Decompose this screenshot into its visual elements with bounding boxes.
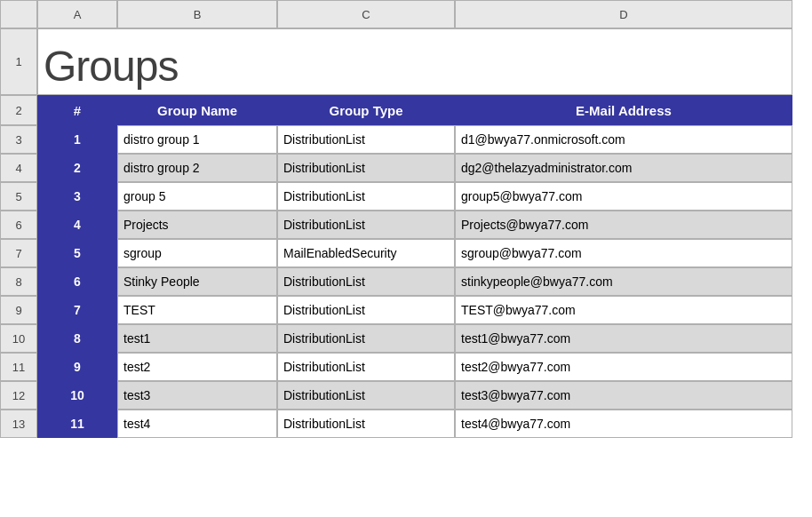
data-groupname-5: sgroup	[117, 239, 277, 267]
row-num-13: 13	[0, 410, 37, 438]
data-groupname-1: distro group 1	[117, 125, 277, 154]
row-num-11: 11	[0, 353, 37, 381]
data-groupname-3: group 5	[117, 182, 277, 211]
data-num-9: 9	[37, 353, 117, 381]
col-header-d: D	[455, 0, 792, 28]
data-groupname-10: test3	[117, 381, 277, 410]
row-num-7: 7	[0, 239, 37, 267]
row-num-4: 4	[0, 154, 37, 182]
data-grouptype-8: DistributionList	[277, 324, 455, 353]
data-groupname-7: TEST	[117, 296, 277, 324]
data-groupname-9: test2	[117, 353, 277, 381]
row-num-8: 8	[0, 267, 37, 296]
data-email-1: d1@bwya77.onmicrosoft.com	[455, 125, 792, 154]
spreadsheet-title: Groups	[37, 28, 792, 95]
col-header-b: B	[117, 0, 277, 28]
data-email-10: test3@bwya77.com	[455, 381, 792, 410]
header-groupname: Group Name	[117, 95, 277, 125]
data-email-11: test4@bwya77.com	[455, 410, 792, 438]
data-num-3: 3	[37, 182, 117, 211]
data-grouptype-9: DistributionList	[277, 353, 455, 381]
data-num-11: 11	[37, 410, 117, 438]
row-num-1: 1	[0, 28, 37, 95]
data-num-7: 7	[37, 296, 117, 324]
data-groupname-2: distro group 2	[117, 154, 277, 182]
data-groupname-11: test4	[117, 410, 277, 438]
data-email-7: TEST@bwya77.com	[455, 296, 792, 324]
data-groupname-8: test1	[117, 324, 277, 353]
data-grouptype-7: DistributionList	[277, 296, 455, 324]
data-email-2: dg2@thelazyadministrator.com	[455, 154, 792, 182]
data-num-5: 5	[37, 239, 117, 267]
grid: A B C D 1 Groups 2 # Group Name Group Ty…	[0, 0, 812, 125]
data-groupname-4: Projects	[117, 211, 277, 239]
data-grid: 31distro group 1DistributionListd1@bwya7…	[0, 125, 812, 438]
header-num: #	[37, 95, 117, 125]
data-num-6: 6	[37, 267, 117, 296]
data-grouptype-10: DistributionList	[277, 381, 455, 410]
data-grouptype-2: DistributionList	[277, 154, 455, 182]
row-num-5: 5	[0, 182, 37, 211]
data-groupname-6: Stinky People	[117, 267, 277, 296]
data-email-6: stinkypeople@bwya77.com	[455, 267, 792, 296]
data-email-4: Projects@bwya77.com	[455, 211, 792, 239]
col-header-c: C	[277, 0, 455, 28]
data-email-5: sgroup@bwya77.com	[455, 239, 792, 267]
col-header-a: A	[37, 0, 117, 28]
data-email-3: group5@bwya77.com	[455, 182, 792, 211]
row-num-3: 3	[0, 125, 37, 154]
data-email-8: test1@bwya77.com	[455, 324, 792, 353]
row-num-12: 12	[0, 381, 37, 410]
data-grouptype-4: DistributionList	[277, 211, 455, 239]
data-grouptype-3: DistributionList	[277, 182, 455, 211]
data-num-10: 10	[37, 381, 117, 410]
row-num-10: 10	[0, 324, 37, 353]
row-num-9: 9	[0, 296, 37, 324]
data-num-8: 8	[37, 324, 117, 353]
data-num-4: 4	[37, 211, 117, 239]
data-grouptype-1: DistributionList	[277, 125, 455, 154]
data-grouptype-5: MailEnabledSecurity	[277, 239, 455, 267]
data-num-2: 2	[37, 154, 117, 182]
data-grouptype-6: DistributionList	[277, 267, 455, 296]
header-grouptype: Group Type	[277, 95, 455, 125]
corner-cell	[0, 0, 37, 28]
data-num-1: 1	[37, 125, 117, 154]
spreadsheet: A B C D 1 Groups 2 # Group Name Group Ty…	[0, 0, 812, 517]
data-email-9: test2@bwya77.com	[455, 353, 792, 381]
header-email: E-Mail Address	[455, 95, 792, 125]
row-num-2: 2	[0, 95, 37, 125]
row-num-6: 6	[0, 211, 37, 239]
data-grouptype-11: DistributionList	[277, 410, 455, 438]
